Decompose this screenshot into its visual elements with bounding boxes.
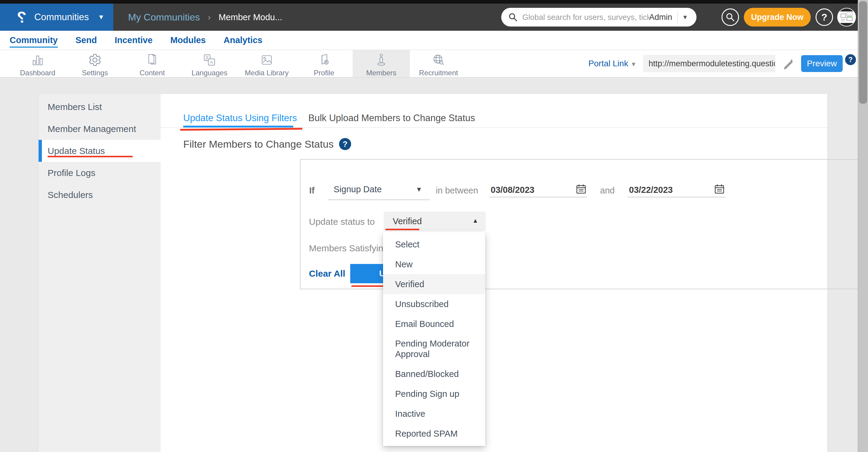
calendar-icon[interactable] <box>714 184 724 194</box>
status-select[interactable]: Verified ▲ <box>384 212 486 231</box>
dropdown-option-pending-moderator-approval[interactable]: Pending Moderator Approval <box>383 334 485 364</box>
sidebar-item-profile-logs[interactable]: Profile Logs <box>38 162 161 184</box>
chevron-up-icon: ▲ <box>472 218 478 224</box>
if-label: If <box>309 186 315 196</box>
nav-item-send[interactable]: Send <box>76 31 97 50</box>
dropdown-option-select[interactable]: Select <box>383 234 485 254</box>
chevron-down-icon: ▼ <box>415 186 422 193</box>
dropdown-option-new[interactable]: New <box>383 254 485 274</box>
dropdown-option-reported-spam[interactable]: Reported SPAM <box>383 424 485 444</box>
dropdown-option-banned-blocked[interactable]: Banned/Blocked <box>383 364 485 384</box>
sidebar-item-update-status[interactable]: Update Status <box>38 140 161 162</box>
questionpro-logo-icon: ? <box>17 9 27 25</box>
product-name: Communities <box>34 12 89 23</box>
profile-folder-icon <box>317 53 331 67</box>
primary-nav: Community Send Incentive Modules Analyti… <box>0 31 868 50</box>
toolbar-item-content[interactable]: Content <box>124 50 181 77</box>
date-underline <box>627 197 725 197</box>
divider <box>161 127 827 128</box>
toolbar-item-dashboard[interactable]: Dashboard <box>9 50 66 77</box>
tab-update-status-using-filters[interactable]: Update Status Using Filters <box>183 113 297 124</box>
clear-all-link[interactable]: Clear All <box>309 268 345 279</box>
members-satisfying-label: Members Satisfying <box>309 243 388 253</box>
field-underline <box>328 199 430 200</box>
page-scrollbar[interactable] <box>858 0 868 452</box>
dropdown-option-verified[interactable]: Verified <box>383 274 485 294</box>
portal-link-dropdown[interactable]: Portal Link ▼ <box>588 59 637 68</box>
search-scope-value: Admin <box>649 13 678 22</box>
members-sidebar: Members List Member Management Update St… <box>38 94 161 452</box>
sidebar-item-member-management[interactable]: Member Management <box>38 118 161 140</box>
status-red-underline <box>385 229 419 230</box>
active-red-underline <box>48 156 133 157</box>
top-black-strip <box>0 0 868 4</box>
toolbar-item-media-library[interactable]: Media Library <box>238 50 296 77</box>
active-tab-underline <box>183 126 293 127</box>
status-dropdown-menu: Select New Verified Unsubscribed Email B… <box>383 232 485 446</box>
toolbar-item-recruitment[interactable]: Recruitment <box>410 50 467 77</box>
module-icons: Dashboard Settings Content 文 A <box>9 50 467 77</box>
portal-link-area: Portal Link ▼ http://membermoduletesting… <box>588 50 856 77</box>
image-icon <box>259 53 274 67</box>
avatar[interactable] <box>837 8 856 27</box>
scope-dropdown-caret-icon[interactable]: ▼ <box>678 14 691 20</box>
update-status-to-label: Update status to <box>309 217 375 227</box>
module-toolbar: Dashboard Settings Content 文 A <box>0 50 868 77</box>
nav-item-incentive[interactable]: Incentive <box>115 31 153 50</box>
heading-help-icon[interactable]: ? <box>339 138 351 150</box>
breadcrumb-separator-icon: › <box>208 12 211 22</box>
translate-icon: 文 A <box>202 53 217 67</box>
breadcrumb: My Communities › Member Modu... <box>128 4 282 31</box>
toolbar-item-settings[interactable]: Settings <box>66 50 124 77</box>
toolbar-item-members[interactable]: Members <box>352 50 410 77</box>
edit-pencil-icon[interactable] <box>782 57 795 70</box>
header-bar: ? Communities ▼ My Communities › Member … <box>0 4 868 31</box>
avatar-image <box>838 8 855 26</box>
global-search[interactable]: Global search for users, surveys, ticket… <box>501 8 696 27</box>
date-from-input[interactable]: 03/08/2023 <box>489 181 587 196</box>
section-heading: Filter Members to Change Status ? <box>183 138 351 150</box>
sidebar-item-schedulers[interactable]: Schedulers <box>38 184 161 206</box>
breadcrumb-current: Member Modu... <box>218 12 282 22</box>
globe-search-icon <box>431 53 446 67</box>
upgrade-now-button[interactable]: Upgrade Now <box>744 8 811 27</box>
bar-chart-icon <box>30 53 45 67</box>
tab-bulk-upload-members[interactable]: Bulk Upload Members to Change Status <box>308 113 475 124</box>
search-icon <box>726 13 735 22</box>
and-label: and <box>600 186 615 196</box>
nav-item-analytics[interactable]: Analytics <box>224 31 262 50</box>
portal-url-field[interactable]: http://membermoduletesting.questio <box>643 55 775 72</box>
nav-item-community[interactable]: Community <box>10 31 58 50</box>
search-submit-button[interactable] <box>721 8 739 26</box>
portal-help-icon[interactable]: ? <box>845 54 856 65</box>
dropdown-option-unsubscribed[interactable]: Unsubscribed <box>383 294 485 314</box>
chevron-down-icon: ▼ <box>98 14 104 21</box>
gear-icon <box>88 53 102 67</box>
content-card: Members List Member Management Update St… <box>38 94 827 452</box>
sidebar-item-members-list[interactable]: Members List <box>38 96 161 118</box>
person-icon <box>374 53 389 67</box>
date-underline <box>489 197 587 197</box>
date-to-input[interactable]: 03/22/2023 <box>627 181 725 196</box>
product-switcher[interactable]: ? Communities ▼ <box>0 4 113 31</box>
svg-text:A: A <box>210 60 213 64</box>
filter-field-select[interactable]: Signup Date ▼ <box>329 182 431 198</box>
search-icon <box>508 13 518 22</box>
dropdown-option-inactive[interactable]: Inactive <box>383 404 485 424</box>
preview-button[interactable]: Preview <box>801 55 843 72</box>
dropdown-option-email-bounced[interactable]: Email Bounced <box>383 314 485 334</box>
nav-item-modules[interactable]: Modules <box>170 31 206 50</box>
search-input[interactable]: Global search for users, surveys, ticket… <box>522 13 649 22</box>
breadcrumb-parent-link[interactable]: My Communities <box>128 12 200 23</box>
calendar-icon[interactable] <box>576 184 586 194</box>
update-status-content: Update Status Using Filters Bulk Upload … <box>161 94 827 452</box>
toolbar-item-languages[interactable]: 文 A Languages <box>181 50 238 77</box>
scrollbar-thumb[interactable] <box>859 1 867 104</box>
help-button[interactable]: ? <box>815 8 833 26</box>
operator-label: in between <box>436 186 478 196</box>
page-title: Filter Members to Change Status <box>183 138 334 150</box>
app-window: ? Communities ▼ My Communities › Member … <box>0 0 868 452</box>
toolbar-item-profile[interactable]: Profile <box>296 50 352 77</box>
chevron-down-icon: ▼ <box>630 61 637 67</box>
dropdown-option-pending-sign-up[interactable]: Pending Sign up <box>383 384 485 404</box>
